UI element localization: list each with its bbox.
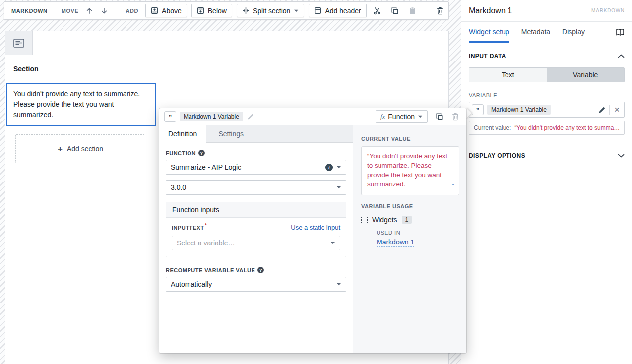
workshop-app: MARKDOWN MOVE ADD Above Below Split sect… [0, 0, 632, 364]
widgets-count-badge: 1 [402, 216, 412, 224]
duplicate-variable-button[interactable] [434, 111, 445, 122]
widget-title: Markdown 1 [469, 6, 591, 15]
variable-select[interactable]: Select a variable… [172, 236, 340, 250]
segment-variable-button[interactable]: Variable [547, 68, 625, 82]
tab-widget-setup[interactable]: Widget setup [469, 22, 509, 43]
duplicate-icon [436, 113, 443, 121]
info-icon[interactable]: i [325, 164, 333, 171]
trash-icon [436, 7, 444, 15]
tab-metadata[interactable]: Metadata [521, 22, 550, 43]
caret-down-icon [336, 186, 341, 189]
function-inputs-title: Function inputs [166, 202, 346, 218]
current-value-box: “You didn't provide any text to summariz… [361, 146, 459, 195]
trash-icon [451, 113, 459, 121]
definition-content: FUNCTION ? Summarize - AIP Logic i 3.0.0… [159, 143, 353, 353]
segment-text-button[interactable]: Text [469, 68, 547, 82]
duplicate-icon [391, 7, 399, 15]
variable-info-pane: CURRENT VALUE “You didn't provide any te… [353, 125, 466, 353]
arrow-up-icon [85, 7, 93, 15]
section-header [5, 31, 448, 55]
add-above-button[interactable]: Above [145, 4, 187, 17]
input-data-label: INPUT DATA [469, 53, 618, 60]
tab-definition[interactable]: Definition [159, 125, 206, 143]
variable-select-placeholder: Select a variable… [177, 239, 327, 247]
documentation-book-icon[interactable] [616, 22, 625, 43]
caret-down-icon [336, 283, 341, 286]
widgets-usage-row[interactable]: Widgets 1 [361, 216, 459, 224]
recompute-label: RECOMPUTE VARIABLE VALUE [166, 267, 255, 273]
string-quote-icon: ” [472, 104, 484, 115]
delete-variable-button[interactable] [449, 111, 461, 122]
caret-down-icon [418, 115, 423, 118]
add-below-label: Below [208, 7, 227, 15]
display-options-section-header[interactable]: DISPLAY OPTIONS [461, 144, 632, 159]
used-in-markdown-link[interactable]: Markdown 1 [377, 238, 414, 247]
plus-icon: + [58, 145, 63, 153]
duplicate-button[interactable] [389, 5, 401, 17]
variable-usage-heading: VARIABLE USAGE [361, 203, 459, 209]
variable-name-chip[interactable]: Markdown 1 Variable [180, 112, 243, 121]
markdown-widget[interactable]: You didn't provide any text to summarize… [6, 83, 156, 126]
input-data-section-header[interactable]: INPUT DATA [461, 43, 632, 60]
add-header-icon [314, 7, 321, 14]
variable-type-button[interactable]: fx Function [376, 110, 428, 123]
toolbar-add-label: ADD [126, 8, 138, 14]
help-icon[interactable]: ? [198, 150, 205, 156]
section-title: Section [13, 65, 39, 73]
display-options-label: DISPLAY OPTIONS [469, 152, 618, 159]
variable-row: ” Markdown 1 Variable × [469, 102, 625, 118]
sidebar-header: Markdown 1 MARKDOWN [461, 0, 632, 22]
add-section-label: Add section [67, 145, 103, 153]
popover-tabs: Definition Settings [159, 125, 353, 143]
move-up-button[interactable] [83, 5, 95, 17]
popover-body: Definition Settings FUNCTION ? Summarize… [159, 125, 466, 353]
add-header-button[interactable]: Add header [309, 4, 366, 17]
split-section-button[interactable]: Split section [237, 4, 304, 17]
input-mode-segmented-control: Text Variable [469, 67, 625, 82]
function-label: FUNCTION [166, 150, 196, 156]
variable-chip[interactable]: Markdown 1 Variable [487, 105, 551, 115]
edit-pencil-icon[interactable] [598, 106, 606, 114]
recompute-select[interactable]: Automatically [166, 277, 346, 292]
tab-display[interactable]: Display [562, 22, 585, 43]
add-section-button[interactable]: + Add section [15, 134, 145, 163]
caret-down-icon [294, 9, 299, 12]
chevron-up-icon [618, 54, 625, 58]
add-below-button[interactable]: Below [191, 4, 232, 17]
remove-variable-icon[interactable]: × [613, 105, 622, 115]
use-static-input-link[interactable]: Use a static input [291, 224, 340, 231]
widget-config-sidebar: Markdown 1 MARKDOWN Widget setup Metadat… [461, 0, 632, 364]
help-icon[interactable]: ? [257, 267, 264, 273]
tab-settings[interactable]: Settings [206, 125, 255, 142]
clipboard-icon [409, 7, 416, 15]
row-divider [609, 105, 610, 115]
function-select[interactable]: Summarize - AIP Logic i [166, 160, 346, 175]
cut-button[interactable] [371, 5, 383, 17]
add-row-below-icon [197, 7, 204, 14]
move-down-button[interactable] [98, 5, 110, 17]
version-select[interactable]: 3.0.0 [166, 180, 346, 195]
sidebar-tabs: Widget setup Metadata Display [461, 22, 632, 43]
section-handle[interactable] [5, 31, 33, 55]
widget-selection-icon [361, 217, 368, 223]
current-value-text: “You didn't provide any text to summa…” [514, 124, 620, 131]
function-select-value: Summarize - AIP Logic [171, 163, 322, 171]
tabs-spacer [597, 22, 616, 43]
section-toolbar: MARKDOWN MOVE ADD Above Below Split sect… [4, 1, 449, 20]
widget-type-label: MARKDOWN [591, 8, 625, 13]
paste-button[interactable] [407, 5, 418, 17]
current-value-label: Current value: [474, 124, 511, 131]
toolbar-context-label: MARKDOWN [11, 8, 48, 14]
version-select-value: 3.0.0 [171, 183, 333, 191]
delete-button[interactable] [434, 5, 446, 17]
string-quote-icon: ” [164, 111, 176, 122]
variable-label: VARIABLE [469, 92, 625, 98]
required-asterisk: * [205, 222, 207, 228]
definition-pane: Definition Settings FUNCTION ? Summarize… [159, 125, 353, 353]
add-above-label: Above [162, 7, 182, 15]
toolbar-move-label: MOVE [62, 8, 79, 14]
markdown-section-icon [13, 39, 24, 48]
current-value-row: Current value: “You didn't provide any t… [469, 121, 625, 135]
rename-pencil-icon[interactable] [247, 113, 254, 120]
add-header-label: Add header [325, 7, 361, 15]
